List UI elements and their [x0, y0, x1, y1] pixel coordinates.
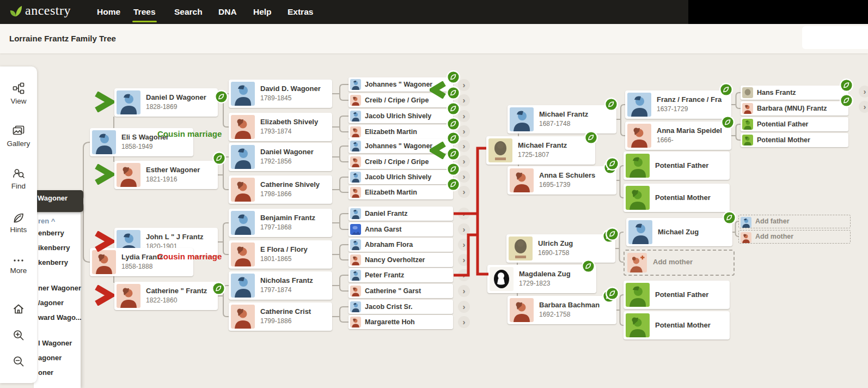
- hint-leaf-badge[interactable]: [446, 147, 461, 161]
- flyout-item[interactable]: ward Wago...: [38, 313, 82, 322]
- hint-leaf-badge[interactable]: [446, 131, 461, 146]
- flyout-item[interactable]: ikenberry: [38, 244, 70, 252]
- scroll-right-arrow-icon[interactable]: [94, 231, 114, 254]
- flyout-item[interactable]: l Wagoner: [38, 339, 72, 347]
- tree-header: Lorraine Frantz Family Tree: [0, 24, 868, 53]
- ancestry-logo[interactable]: ancestry: [9, 3, 71, 18]
- person-tooltip: Wagoner: [30, 190, 83, 212]
- scroll-right-arrow-icon[interactable]: [94, 164, 114, 187]
- gallery-icon[interactable]: [0, 124, 37, 140]
- scroll-right-arrow-icon[interactable]: [94, 92, 114, 114]
- hint-leaf-badge[interactable]: [211, 281, 226, 296]
- scroll-left-arrow-icon[interactable]: [430, 81, 447, 101]
- zoom-out-button[interactable]: [0, 355, 37, 370]
- nav-item-home[interactable]: Home: [97, 0, 120, 22]
- sidebar-item-gallery[interactable]: Gallery: [0, 140, 37, 148]
- nav-item-help[interactable]: Help: [253, 0, 272, 22]
- hint-leaf-badge[interactable]: [446, 70, 461, 84]
- tree-sidebar: ViewGalleryFindHintsMore: [0, 66, 37, 383]
- hint-leaf-badge[interactable]: [839, 93, 854, 108]
- flyout-item[interactable]: ren ^: [38, 217, 55, 225]
- scroll-left-arrow-icon[interactable]: [430, 142, 447, 161]
- hint-leaf-badge[interactable]: [722, 210, 737, 225]
- flyout-item[interactable]: kenberry: [38, 258, 68, 266]
- sidebar-item-hints[interactable]: Hints: [0, 226, 37, 234]
- tooltip-name: Wagoner: [38, 194, 68, 202]
- cousin-marriage-label: Cousin marriage: [157, 129, 222, 138]
- hint-leaf-badge[interactable]: [584, 130, 598, 145]
- hint-leaf-badge[interactable]: [446, 117, 461, 131]
- sidebar-item-view[interactable]: View: [0, 97, 37, 105]
- sidebar-item-find[interactable]: Find: [0, 182, 37, 190]
- nav-item-dna[interactable]: DNA: [218, 0, 237, 22]
- tree-title: Lorraine Frantz Family Tree: [9, 34, 116, 43]
- ancestry-leaf-icon: [9, 4, 23, 18]
- nav-item-extras[interactable]: Extras: [288, 0, 313, 22]
- hint-leaf-badge[interactable]: [581, 259, 596, 274]
- zoom-in-button[interactable]: [0, 329, 37, 344]
- hint-leaf-badge[interactable]: [446, 101, 461, 116]
- hint-leaf-badge[interactable]: [605, 156, 620, 171]
- home-button[interactable]: [0, 302, 37, 318]
- hint-leaf-badge[interactable]: [446, 177, 461, 192]
- hint-leaf-badge[interactable]: [446, 86, 461, 100]
- header-redacted-panel: [802, 26, 868, 49]
- view-icon[interactable]: [0, 82, 37, 97]
- nav-redacted-area: [688, 0, 868, 24]
- flyout-item[interactable]: /agoner: [38, 299, 64, 307]
- find-icon[interactable]: [0, 167, 37, 182]
- hint-leaf-badge[interactable]: [212, 151, 227, 166]
- hint-leaf-badge[interactable]: [214, 89, 229, 104]
- cousin-marriage-lines: [0, 0, 868, 388]
- flyout-item[interactable]: agoner: [38, 354, 62, 362]
- hints-icon[interactable]: [0, 211, 37, 227]
- nav-item-trees[interactable]: Trees: [133, 0, 156, 22]
- hint-leaf-badge[interactable]: [604, 97, 619, 112]
- flyout-item[interactable]: oner: [38, 368, 53, 377]
- sidebar-item-more[interactable]: More: [0, 266, 37, 275]
- ancestry-app: Daniel D Wagoner1828-1869Eli S Wagoner18…: [0, 0, 868, 388]
- hint-leaf-badge[interactable]: [446, 162, 461, 177]
- scroll-right-arrow-icon[interactable]: [94, 285, 114, 308]
- cousin-marriage-label: Cousin marriage: [157, 252, 222, 261]
- hint-leaf-badge[interactable]: [605, 286, 620, 301]
- hint-leaf-badge[interactable]: [605, 227, 620, 241]
- flyout-item[interactable]: enberry: [38, 229, 64, 237]
- top-nav: ancestry HomeTreesSearchDNAHelpExtras: [0, 0, 868, 24]
- brand-text: ancestry: [25, 3, 71, 18]
- hint-leaf-badge[interactable]: [719, 82, 733, 97]
- nav-item-search[interactable]: Search: [174, 0, 203, 22]
- person-flyout-panel: ren ^enberryikenberrykenberryner Wagoner…: [34, 213, 81, 388]
- flyout-item[interactable]: ner Wagoner: [38, 284, 81, 292]
- hint-leaf-badge[interactable]: [720, 115, 735, 130]
- hint-leaf-badge[interactable]: [839, 78, 854, 93]
